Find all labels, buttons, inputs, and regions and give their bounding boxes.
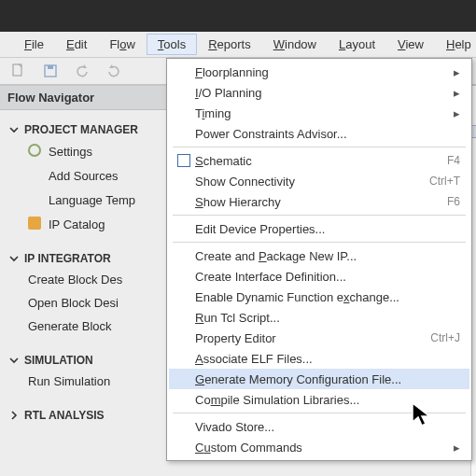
menu-associate-elf[interactable]: Associate ELF Files...	[169, 348, 469, 369]
menu-edit[interactable]: Edit	[55, 34, 98, 55]
menu-separator	[173, 215, 466, 216]
menu-io-planning[interactable]: I/O Planning ▸	[169, 82, 469, 103]
chevron-down-icon	[9, 356, 19, 365]
schematic-icon	[173, 154, 195, 167]
menu-file[interactable]: File	[13, 34, 55, 55]
menu-help[interactable]: Help	[435, 34, 476, 55]
menu-power-constraints[interactable]: Power Constraints Advisor...	[169, 123, 469, 144]
menu-tools[interactable]: Tools	[147, 34, 197, 55]
menu-reports[interactable]: Reports	[197, 34, 262, 55]
menu-flow[interactable]: Flow	[98, 34, 146, 55]
chevron-down-icon	[9, 125, 19, 134]
gear-icon	[28, 144, 43, 159]
menu-timing[interactable]: Timing ▸	[169, 103, 469, 123]
menu-create-interface-def[interactable]: Create Interface Definition...	[169, 266, 469, 287]
menubar: File Edit Flow Tools Reports Window Layo…	[0, 32, 476, 58]
menu-show-hierarchy[interactable]: Show Hierarchy F6	[169, 191, 469, 212]
menu-run-tcl[interactable]: Run Tcl Script...	[169, 307, 469, 328]
window-titlebar	[0, 0, 476, 32]
menu-create-package-ip[interactable]: Create and Package New IP...	[169, 245, 469, 266]
svg-rect-2	[48, 65, 53, 69]
ip-icon	[28, 217, 43, 231]
menu-show-connectivity[interactable]: Show Connectivity Ctrl+T	[169, 171, 469, 191]
submenu-arrow-icon: ▸	[451, 106, 460, 120]
menu-custom-commands[interactable]: Custom Commands ▸	[169, 437, 469, 457]
menu-window[interactable]: Window	[262, 34, 328, 55]
menu-property-editor[interactable]: Property Editor Ctrl+J	[169, 328, 469, 348]
menu-edit-device-properties[interactable]: Edit Device Properties...	[169, 218, 469, 239]
submenu-arrow-icon: ▸	[451, 86, 460, 100]
cursor-pointer-icon	[411, 401, 435, 429]
submenu-arrow-icon: ▸	[451, 441, 460, 455]
blank-icon	[28, 168, 43, 183]
menu-generate-memory-config[interactable]: Generate Memory Configuration File...	[169, 369, 469, 389]
new-icon[interactable]	[11, 63, 26, 78]
menu-layout[interactable]: Layout	[328, 34, 386, 55]
menu-view[interactable]: View	[386, 34, 435, 55]
menu-enable-dfx[interactable]: Enable Dynamic Function exchange...	[169, 287, 469, 307]
flow-navigator-title: Flow Navigator	[7, 91, 94, 105]
submenu-arrow-icon: ▸	[451, 65, 460, 79]
menu-separator	[173, 147, 466, 147]
chevron-right-icon	[9, 411, 19, 420]
chevron-down-icon	[9, 254, 19, 263]
blank-icon	[28, 192, 43, 207]
menu-separator	[173, 242, 466, 243]
menu-floorplanning[interactable]: Floorplanning ▸	[169, 62, 469, 82]
undo-icon[interactable]	[75, 63, 90, 78]
menu-schematic[interactable]: Schematic F4	[169, 150, 469, 171]
redo-icon[interactable]	[106, 63, 121, 78]
save-icon[interactable]	[43, 63, 58, 78]
